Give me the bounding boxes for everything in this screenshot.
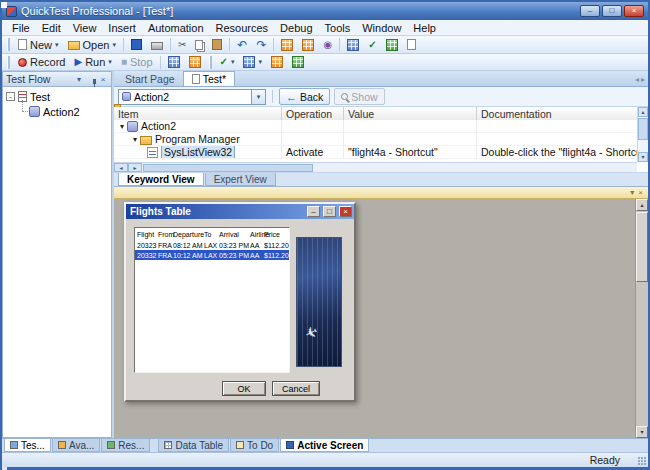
scrollbar-thumb[interactable]: [638, 118, 648, 140]
new-button[interactable]: New ▾: [14, 37, 63, 53]
tab-keyword-view[interactable]: Keyword View: [118, 173, 204, 186]
standard-toolbar: New ▾ Open ▾ ✂ ↶ ↷ ◉ ✓: [2, 36, 648, 54]
save-button[interactable]: [127, 37, 146, 53]
active-screen-toggle-button[interactable]: [288, 54, 308, 70]
column-header-operation[interactable]: Operation: [282, 107, 344, 120]
scroll-left-icon[interactable]: ◂: [114, 163, 128, 172]
scrollbar-thumb[interactable]: [143, 164, 313, 172]
menu-debug[interactable]: Debug: [274, 22, 318, 34]
cancel-button[interactable]: Cancel: [272, 381, 320, 396]
operation-cell: Activate: [282, 146, 344, 159]
toolbar-grip[interactable]: [209, 56, 212, 69]
stop-button[interactable]: ■ Stop: [117, 54, 157, 70]
scroll-right-icon[interactable]: ▸: [641, 75, 645, 84]
action-selector-dropdown[interactable]: Action2 ▾: [118, 89, 266, 105]
open-button[interactable]: Open ▾: [64, 37, 120, 53]
toolbar-grip[interactable]: [7, 38, 10, 51]
tab-expert-view[interactable]: Expert View: [205, 173, 276, 186]
scroll-left-icon[interactable]: ◂: [635, 75, 639, 84]
flights-dialog[interactable]: Flights Table – □ × Flight From Departur…: [124, 202, 356, 402]
redo-button[interactable]: ↷: [252, 37, 270, 53]
step-generator-button[interactable]: [267, 54, 287, 70]
menu-view[interactable]: View: [67, 22, 103, 34]
keyword-row-syslistview32[interactable]: SysListView32 Activate "flight4a - Short…: [114, 146, 648, 159]
column-header-item[interactable]: Item: [114, 107, 282, 120]
menu-help[interactable]: Help: [407, 22, 442, 34]
run-button[interactable]: ▶ Run ▾: [70, 54, 115, 70]
pane-tab-active-screen[interactable]: Active Screen: [280, 439, 369, 452]
keyword-row-action2[interactable]: ▾ Action2: [114, 120, 648, 133]
tab-start-page[interactable]: Start Page: [117, 71, 183, 86]
data-table-toolbar-button[interactable]: [343, 37, 363, 53]
active-screen-scrollbar[interactable]: ▴ ▾: [635, 199, 648, 438]
resize-grip[interactable]: [638, 457, 646, 465]
cut-button[interactable]: ✂: [174, 37, 190, 53]
scroll-up-icon[interactable]: ▴: [636, 199, 648, 211]
menu-insert[interactable]: Insert: [102, 22, 142, 34]
scroll-down-icon[interactable]: ▾: [636, 426, 648, 438]
checkpoint-button[interactable]: ✓: [364, 37, 380, 53]
record-button[interactable]: Record: [14, 54, 69, 70]
maximize-icon: □: [610, 6, 615, 15]
menu-automation[interactable]: Automation: [142, 22, 210, 34]
pane-close-button[interactable]: ×: [638, 189, 643, 197]
flight-row[interactable]: 20323 FRA 08:12 AM LAX 03:23 PM AA $112.…: [135, 240, 289, 250]
keyword-row-program-manager[interactable]: ▾ Program Manager: [114, 133, 648, 146]
scroll-up-icon[interactable]: ▴: [638, 107, 648, 117]
column-header-value[interactable]: Value: [344, 107, 477, 120]
object-repository-manager-button[interactable]: [298, 37, 318, 53]
tree-collapse-box[interactable]: -: [6, 92, 15, 101]
close-button[interactable]: ×: [624, 5, 644, 17]
menu-tools[interactable]: Tools: [319, 22, 357, 34]
flights-list[interactable]: Flight From Departure To Arrival Airline…: [134, 227, 290, 373]
low-level-recording-button[interactable]: [185, 54, 205, 70]
insert-checkpoint-button[interactable]: ✓▾: [216, 54, 239, 70]
pane-tab-test-flow[interactable]: Tes...: [4, 439, 51, 452]
pane-menu-button[interactable]: ▾: [74, 75, 84, 84]
collapse-arrow-icon[interactable]: ▾: [133, 135, 137, 144]
menu-resources[interactable]: Resources: [210, 22, 275, 34]
paste-button[interactable]: [208, 37, 226, 53]
tree-item-action2[interactable]: Action2: [19, 104, 111, 119]
ok-button[interactable]: OK: [222, 381, 266, 396]
pane-close-button[interactable]: ×: [98, 75, 108, 84]
collapse-arrow-icon[interactable]: ▾: [120, 122, 124, 131]
menu-window[interactable]: Window: [356, 22, 407, 34]
object-repository-button[interactable]: [277, 37, 297, 53]
flight-row-selected[interactable]: 20332 FRA 10:12 AM LAX 05:23 PM AA $112.…: [135, 250, 289, 260]
menu-file[interactable]: File: [6, 22, 36, 34]
keyword-vertical-scrollbar[interactable]: ▴ ▾: [637, 107, 648, 162]
output-value-icon: [243, 56, 255, 68]
object-spy-button[interactable]: ◉: [319, 37, 336, 53]
dialog-close-button[interactable]: ×: [339, 206, 352, 217]
toolbar-grip[interactable]: [7, 56, 10, 69]
function-library-button[interactable]: [403, 37, 420, 53]
pane-tab-to-do[interactable]: To Do: [230, 439, 279, 452]
print-button[interactable]: [147, 37, 167, 53]
pane-tab-available-keywords[interactable]: Ava...: [52, 439, 100, 452]
insert-output-value-button[interactable]: ▾: [239, 54, 266, 70]
copy-button[interactable]: [191, 37, 207, 53]
maximize-button[interactable]: □: [602, 5, 622, 17]
pane-menu-button[interactable]: ▾: [630, 189, 634, 197]
menu-edit[interactable]: Edit: [36, 22, 67, 34]
column-header-documentation[interactable]: Documentation: [477, 107, 648, 120]
scroll-right-icon[interactable]: ▸: [128, 163, 142, 172]
action-selector-arrow-button[interactable]: ▾: [251, 90, 265, 104]
tab-test[interactable]: Test*: [183, 71, 235, 86]
pane-tab-resources[interactable]: Res...: [101, 439, 150, 452]
back-button[interactable]: ← Back: [279, 88, 330, 105]
scrollbar-thumb[interactable]: [636, 212, 648, 282]
flights-dialog-titlebar[interactable]: Flights Table – □ ×: [126, 204, 354, 219]
titlebar[interactable]: QuickTest Professional - [Test*] – □ ×: [2, 2, 648, 20]
results-button[interactable]: [382, 37, 402, 53]
scroll-down-icon[interactable]: ▾: [638, 152, 648, 162]
dialog-minimize-button[interactable]: –: [307, 206, 320, 217]
keyword-horizontal-scrollbar[interactable]: ◂ ▸: [114, 162, 637, 172]
show-button[interactable]: Show: [334, 88, 384, 105]
undo-button[interactable]: ↶: [233, 37, 251, 53]
analog-recording-button[interactable]: [164, 54, 184, 70]
minimize-button[interactable]: –: [580, 5, 600, 17]
dialog-maximize-button[interactable]: □: [323, 206, 336, 217]
pane-tab-data-table[interactable]: Data Table: [158, 439, 229, 452]
